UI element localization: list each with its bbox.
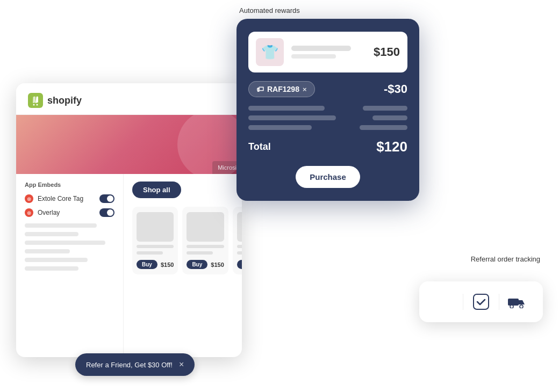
buy-button-3[interactable]: Buy [237,260,242,269]
toast-message: Refer a Friend, Get $30 Off! [86,361,173,369]
tracker-divider-1 [463,294,463,310]
shopify-logo-icon [28,93,43,108]
shop-all-button[interactable]: Shop all [132,182,181,198]
product-skel-3a [237,245,242,248]
product-thumbnail: 👕 [256,38,284,66]
app-embeds-title: App Embeds [25,182,114,188]
shopify-content: App Embeds Extole Core Tag Overlay [16,174,242,357]
product-card-1: Buy $150 [132,207,178,274]
extole-icon [25,194,33,203]
sidebar-skeletons [25,223,114,271]
buy-button-2[interactable]: Buy [187,260,207,269]
shopify-panel: shopify Microsi App Embeds Extole Core T… [16,83,242,357]
total-row: Total $120 [248,139,407,155]
total-label: Total [248,141,271,153]
product-skel-2a [187,245,224,248]
svg-rect-3 [436,293,454,310]
overlay-row[interactable]: Overlay [25,208,114,217]
price-tag-1: $150 [161,262,174,268]
extole-toggle[interactable] [99,194,114,203]
svg-point-2 [33,104,35,106]
product-skel-3b [237,251,242,255]
tracker-icon-ship [505,290,529,314]
coupon-badge[interactable]: 🏷 RAF1298 × [248,81,315,97]
referral-tracker-card: 💰 [419,281,543,322]
product-footer-3: Buy $150 [237,260,242,269]
main-product-area: Shop all Buy $150 [124,174,242,357]
product-card-3: Buy $150 [233,207,242,274]
product-card-2: Buy $150 [182,207,228,274]
toast-notification: Refer a Friend, Get $30 Off! × [75,353,195,376]
shopify-hero: Microsi [16,115,242,174]
product-img-2 [187,212,224,242]
discount-amount: -$30 [384,82,407,96]
coupon-row: 🏷 RAF1298 × -$30 [248,81,407,97]
extole-core-tag-label: Extole Core Tag [38,195,95,202]
product-img-3 [237,212,242,242]
product-name-skeleton [291,46,351,51]
co-skel-row-2 [248,115,407,120]
referral-label: Referral order tracking [471,255,540,263]
tracker-icon-verify [469,290,493,314]
product-skel-2b [187,251,213,255]
svg-point-1 [37,104,38,106]
overlay-label: Overlay [38,209,95,216]
purchase-button[interactable]: Purchase [296,166,360,188]
price-tag-2: $150 [211,262,224,268]
overlay-icon [25,208,33,217]
product-footer-1: Buy $150 [137,260,174,269]
svg-rect-5 [474,294,489,309]
co-skel-row-3 [248,125,407,130]
product-skel-1a [137,245,174,248]
checkout-product-price: $150 [374,45,400,59]
svg-point-7 [510,305,513,308]
tracker-divider-2 [499,294,499,310]
tshirt-icon: 👕 [261,44,278,61]
overlay-toggle[interactable] [99,208,114,217]
toast-close-button[interactable]: × [179,360,184,369]
extole-core-tag-row[interactable]: Extole Core Tag [25,194,114,203]
automated-label: Automated rewards [239,6,300,14]
checkout-card: 👕 $150 🏷 RAF1298 × -$30 Tot [236,19,419,201]
checkout-skeleton-rows [248,106,407,130]
product-info [291,46,366,59]
product-skel-1b [137,251,163,255]
shopify-brand-name: shopify [47,95,82,106]
product-footer-2: Buy $150 [187,260,224,269]
shopify-header: shopify [16,83,242,115]
buy-button-1[interactable]: Buy [137,260,157,269]
sidebar-left: App Embeds Extole Core Tag Overlay [16,174,124,357]
coupon-code: RAF1298 [267,85,299,93]
co-skel-row-1 [248,106,407,111]
product-img-1 [137,212,174,242]
total-amount: $120 [376,139,407,155]
tracker-icon-purchase: 💰 [433,290,457,314]
svg-rect-6 [508,299,519,306]
checkout-product-row: 👕 $150 [248,32,407,72]
product-sub-skeleton [291,54,336,59]
coupon-remove-button[interactable]: × [303,85,307,93]
coupon-tag-icon: 🏷 [256,85,264,93]
svg-point-8 [520,305,523,308]
product-grid: Buy $150 Buy $150 [132,207,242,274]
